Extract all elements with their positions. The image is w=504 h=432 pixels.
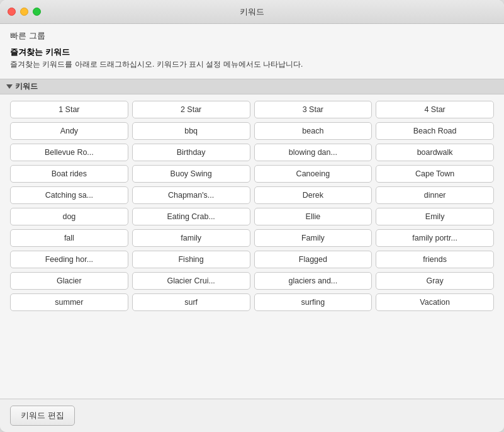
keywords-window: 키워드 빠른 그룹 즐겨찾는 키워드 즐겨찾는 키워드를 아래로 드래그하십시오… bbox=[0, 0, 504, 432]
keyword-item[interactable]: 4 Star bbox=[376, 101, 494, 118]
keyword-item[interactable]: 1 Star bbox=[10, 101, 128, 118]
main-content: 빠른 그룹 즐겨찾는 키워드 즐겨찾는 키워드를 아래로 드래그하십시오. 키워… bbox=[0, 24, 504, 432]
keyword-item[interactable]: Birthday bbox=[132, 144, 250, 161]
keyword-item[interactable]: bbq bbox=[132, 122, 250, 140]
keyword-item[interactable]: surf bbox=[132, 293, 250, 311]
section-header: 키워드 bbox=[0, 79, 504, 94]
keyword-item[interactable]: boardwalk bbox=[376, 144, 494, 161]
keywords-grid-wrapper: 1 Star2 Star3 Star4 StarAndybbqbeachBeac… bbox=[0, 94, 504, 399]
quick-group-label: 빠른 그룹 bbox=[10, 30, 494, 42]
keyword-item[interactable]: blowing dan... bbox=[254, 144, 372, 161]
keyword-item[interactable]: family portr... bbox=[376, 229, 494, 247]
keyword-item[interactable]: Eating Crab... bbox=[132, 208, 250, 225]
keyword-item[interactable]: 2 Star bbox=[132, 101, 250, 118]
keyword-item[interactable]: fall bbox=[10, 229, 128, 247]
keyword-item[interactable]: glaciers and... bbox=[254, 272, 372, 290]
keyword-item[interactable]: Beach Road bbox=[376, 122, 494, 140]
keyword-item[interactable]: Flagged bbox=[254, 251, 372, 268]
keyword-item[interactable]: Family bbox=[254, 229, 372, 247]
keyword-item[interactable]: Ellie bbox=[254, 208, 372, 225]
keyword-item[interactable]: Cape Town bbox=[376, 165, 494, 183]
keyword-item[interactable]: dinner bbox=[376, 186, 494, 204]
keyword-item[interactable]: Boat rides bbox=[10, 165, 128, 183]
collapse-triangle-icon[interactable] bbox=[6, 84, 13, 89]
keyword-item[interactable]: friends bbox=[376, 251, 494, 268]
keyword-item[interactable]: Buoy Swing bbox=[132, 165, 250, 183]
titlebar: 키워드 bbox=[0, 0, 504, 24]
close-button[interactable] bbox=[8, 8, 16, 16]
keyword-item[interactable]: Derek bbox=[254, 186, 372, 204]
window-title: 키워드 bbox=[240, 6, 264, 18]
traffic-lights bbox=[8, 8, 41, 16]
keyword-item[interactable]: Glacier Crui... bbox=[132, 272, 250, 290]
keyword-item[interactable]: Vacation bbox=[376, 293, 494, 311]
keyword-item[interactable]: Emily bbox=[376, 208, 494, 225]
bottom-bar: 키워드 편집 bbox=[0, 399, 504, 432]
keyword-item[interactable]: Bellevue Ro... bbox=[10, 144, 128, 161]
keywords-grid: 1 Star2 Star3 Star4 StarAndybbqbeachBeac… bbox=[10, 101, 494, 311]
keyword-item[interactable]: family bbox=[132, 229, 250, 247]
keyword-item[interactable]: 3 Star bbox=[254, 101, 372, 118]
keyword-item[interactable]: Canoeing bbox=[254, 165, 372, 183]
top-section: 빠른 그룹 즐겨찾는 키워드 즐겨찾는 키워드를 아래로 드래그하십시오. 키워… bbox=[0, 24, 504, 79]
section-header-label: 키워드 bbox=[15, 81, 38, 92]
keyword-item[interactable]: Fishing bbox=[132, 251, 250, 268]
favorites-title: 즐겨찾는 키워드 bbox=[10, 47, 494, 58]
keyword-item[interactable]: dog bbox=[10, 208, 128, 225]
keyword-item[interactable]: surfing bbox=[254, 293, 372, 311]
keyword-item[interactable]: Gray bbox=[376, 272, 494, 290]
keyword-item[interactable]: Glacier bbox=[10, 272, 128, 290]
edit-keywords-button[interactable]: 키워드 편집 bbox=[10, 406, 75, 426]
maximize-button[interactable] bbox=[33, 8, 41, 16]
favorites-description: 즐겨찾는 키워드를 아래로 드래그하십시오. 키워드가 표시 설정 메뉴에서도 … bbox=[10, 59, 494, 70]
keyword-item[interactable]: Feeding hor... bbox=[10, 251, 128, 268]
keyword-item[interactable]: summer bbox=[10, 293, 128, 311]
keyword-item[interactable]: Andy bbox=[10, 122, 128, 140]
keyword-item[interactable]: Catching sa... bbox=[10, 186, 128, 204]
keyword-item[interactable]: Chapman's... bbox=[132, 186, 250, 204]
minimize-button[interactable] bbox=[20, 8, 28, 16]
keyword-item[interactable]: beach bbox=[254, 122, 372, 140]
